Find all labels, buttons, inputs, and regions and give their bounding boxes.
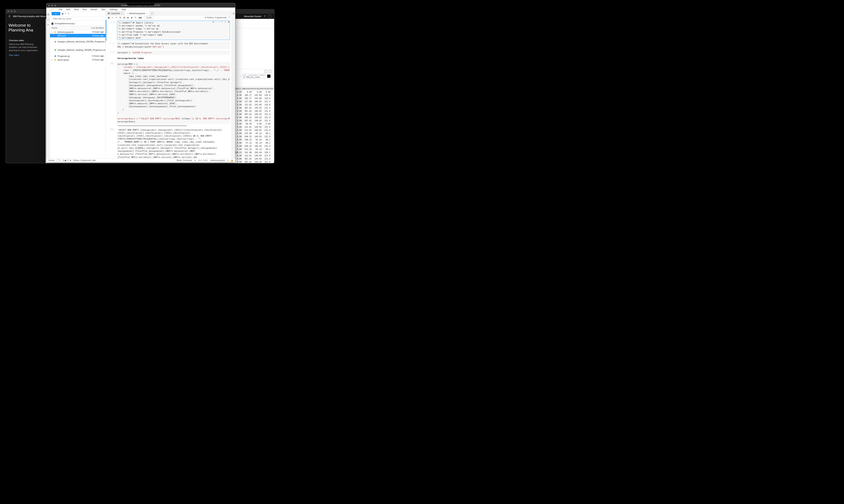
table-row[interactable]: 0.00222.81149.03131.9 — [233, 129, 274, 132]
menu-file[interactable]: File — [57, 8, 64, 11]
context-pill-value[interactable]: Total_DAL_consu… — [246, 76, 262, 78]
simple-mode-toggle[interactable] — [56, 159, 61, 162]
paste-icon[interactable]: ▤ — [123, 16, 125, 19]
new-tab-button[interactable]: + — [150, 11, 154, 15]
output-scrollbar[interactable] — [118, 125, 187, 126]
info-button[interactable]: i — [267, 74, 271, 78]
table-row[interactable]: 0.00313.2665.1448.1 — [233, 148, 274, 151]
menu-kernel[interactable]: Kernel — [89, 8, 99, 11]
close-icon[interactable]: × — [121, 12, 122, 15]
table-row[interactable]: 0.00387.82149.03131.9 — [233, 161, 274, 163]
scroll-left-icon[interactable]: ‹ — [240, 75, 241, 77]
file-filter-input[interactable] — [52, 17, 104, 21]
status-kernel[interactable]: Python 3 (ipykernel) | Idle — [73, 159, 96, 162]
menu-run[interactable]: Run — [81, 8, 88, 11]
table-row[interactable]: 0.00200.25149.03131.9 — [233, 116, 274, 119]
code-content[interactable]: "c-comment"># Import Library "c-kw">impo… — [117, 21, 230, 40]
table-row[interactable]: 0.00200.25149.03131.9 — [233, 135, 274, 138]
play-video-link[interactable]: Play video — [9, 54, 42, 56]
stop-icon[interactable]: ■ — [131, 16, 133, 19]
restart-icon[interactable]: ↻ — [135, 16, 137, 19]
table-row[interactable]: 0.00131.83143.89126.8 — [233, 103, 274, 106]
table-row[interactable]: 0.0068.490.000.00 — [233, 122, 274, 126]
running-icon[interactable]: ◯ — [47, 18, 49, 21]
table-row[interactable]: 0.00387.82149.03131.9 — [233, 119, 274, 122]
menu-edit[interactable]: Edit — [65, 8, 72, 11]
tab-beheizung[interactable]: • beheizung.ipynb × — [125, 11, 150, 15]
save-icon[interactable]: ▣ — [108, 16, 110, 19]
file-row[interactable]: •Y:DEV.yml6 hours ago — [50, 34, 105, 37]
file-row[interactable]: ⊞mengen_faktoren_heating_202306_Prognose… — [50, 46, 105, 54]
menu-help[interactable]: Help — [120, 8, 127, 11]
table-row[interactable]: 0.00125.6965.1448.1 — [233, 132, 274, 135]
table-row[interactable]: 0.00200.25149.03131.9 — [233, 145, 274, 148]
watson-username[interactable]: Alexander.Gusser — [244, 15, 261, 18]
new-folder-icon[interactable]: ▣ — [62, 12, 64, 15]
menu-settings[interactable]: Settings — [108, 8, 119, 11]
code-content[interactable]: versorgerMDX = { 'columns':'{[bezugsjahr… — [117, 62, 230, 124]
file-row[interactable]: ⊞mengen_faktoren_electricity_202306_Prog… — [50, 37, 105, 46]
add-cell-icon[interactable]: + — [112, 16, 113, 19]
duplicate-icon[interactable]: ⧉ — [212, 21, 214, 23]
close-icon[interactable]: × — [146, 12, 147, 15]
upload-icon[interactable]: ⇧ — [65, 12, 67, 15]
table-row[interactable]: 1808.61142.98160.44154.2 — [233, 151, 274, 154]
property-inspector-icon[interactable]: ⚙ — [232, 11, 235, 16]
col-extrap1[interactable]: extrapolate… — [243, 87, 253, 90]
user-avatar-icon[interactable] — [268, 15, 271, 18]
table-row[interactable]: 0.00387.82149.03131.9 — [233, 157, 274, 161]
tab-launcher[interactable]: ▦ Launcher × — [106, 11, 125, 15]
table-row[interactable]: 0.000.000.000.00 — [233, 90, 274, 94]
cell-3[interactable]: [ ]: variante = '202306_Prognose' — [106, 50, 231, 55]
table-row[interactable]: 0.00222.81149.03131.9 — [233, 154, 274, 157]
refresh-icon[interactable]: ↻ — [68, 12, 69, 15]
notebook-body[interactable]: [ ]: "c-comment"># Import Library "c-kw"… — [106, 20, 231, 158]
table-row[interactable]: 0.0057.2165.1448.1 — [233, 141, 274, 145]
breadcrumb[interactable]: ▇ / Energieberechnung / — [50, 21, 105, 26]
table-row[interactable]: 0.00387.82149.03131.9 — [233, 113, 274, 116]
run-icon[interactable]: ▶ — [127, 16, 129, 19]
folder-icon[interactable]: ▤ — [47, 13, 49, 16]
table-row[interactable]: 0.00387.82149.03131.9 — [233, 106, 274, 110]
trusted-icon[interactable]: ⊘ — [205, 16, 206, 19]
watson-traffic-lights[interactable] — [7, 10, 17, 13]
external-icon[interactable] — [269, 70, 272, 73]
cell-2[interactable]: [ ]: "c-comment"># Instantiate the Data … — [106, 41, 231, 50]
move-down-icon[interactable]: ↓ — [219, 21, 220, 23]
table-row[interactable]: 0.00148.2565.1448.1 — [233, 138, 274, 141]
col-name[interactable]: Name — [52, 26, 57, 29]
table-row[interactable]: 0.00217.08149.03131.9 — [233, 100, 274, 103]
code-content[interactable]: "c-comment"># Instantiate the Data Acces… — [117, 41, 230, 49]
menu-tabs[interactable]: Tabs — [99, 8, 107, 11]
cell-1[interactable]: [ ]: "c-comment"># Import Library "c-kw"… — [106, 20, 231, 41]
refresh-icon[interactable] — [264, 70, 268, 73]
table-row[interactable]: 0.00185.17143.89126.8 — [233, 97, 274, 100]
col-extrap2[interactable]: extrapolate… — [253, 87, 263, 90]
col-modified[interactable]: Last Modified — [91, 26, 104, 29]
file-row[interactable]: ◆Prognose.py6 hours ago — [50, 54, 105, 58]
delete-cell-icon[interactable]: 🗑 — [228, 21, 230, 23]
code-content[interactable]: variante = '202306_Prognose' — [117, 51, 230, 55]
table-row[interactable]: 0.00387.82149.03131.9 — [233, 110, 274, 113]
new-launcher-button[interactable]: + — [52, 12, 60, 15]
cut-icon[interactable]: ✂ — [116, 16, 117, 19]
menu-view[interactable]: View — [72, 8, 81, 11]
move-up-icon[interactable]: ↑ — [216, 21, 217, 23]
file-row[interactable]: •▥beheizung.ipynb6 hours ago — [50, 30, 105, 34]
insert-below-icon[interactable]: ⤓ — [224, 21, 226, 23]
cell-4[interactable]: [7]: versorgerMDX = { 'columns':'{[bezug… — [106, 61, 231, 125]
chevron-down-icon[interactable]: ⌄ — [263, 76, 265, 78]
run-all-icon[interactable]: ▶▶ — [139, 16, 142, 19]
extension-icon[interactable]: ✦ — [47, 23, 49, 26]
col-extrap3[interactable]: extrapolate… — [263, 87, 271, 90]
bell-icon[interactable]: 🔔 — [231, 159, 233, 162]
table-row[interactable]: 0.00222.81149.03131.9 — [233, 126, 274, 129]
cell-type-select[interactable]: Code — [144, 16, 154, 19]
table-row[interactable]: 0.00185.17143.89126.8 — [233, 94, 274, 97]
copy-icon[interactable]: ⧉ — [119, 16, 121, 19]
file-row[interactable]: •▥strom.ipynb6 hours ago — [50, 58, 105, 62]
kernel-name[interactable]: Python 3 (ipykernel) — [207, 16, 227, 19]
jl-traffic-lights[interactable] — [48, 4, 57, 7]
cell-md-heading[interactable]: Versorgerkosten laden — [106, 55, 231, 61]
help-icon[interactable]: ? — [264, 15, 265, 18]
